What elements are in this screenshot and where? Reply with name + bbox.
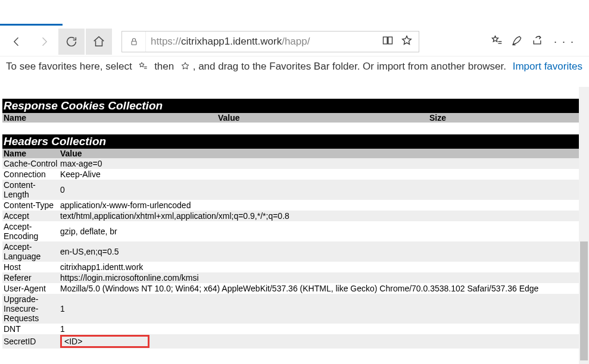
header-name: Accept-Encoding <box>2 221 59 241</box>
header-value: Keep-Alive <box>59 169 580 180</box>
table-row: Accept-Encodinggzip, deflate, br <box>2 221 580 241</box>
book-icon <box>382 34 394 46</box>
table-row: DNT1 <box>2 324 580 334</box>
arrow-right-icon <box>38 36 50 48</box>
arrow-left-icon <box>11 36 23 48</box>
header-value: 1 <box>59 324 580 334</box>
headers-table: Cache-Controlmax-age=0ConnectionKeep-Ali… <box>2 158 580 349</box>
star-lines-icon <box>138 61 148 71</box>
table-row: Cache-Controlmax-age=0 <box>2 158 580 169</box>
cookies-column-headers: Name Value Size <box>2 113 587 123</box>
header-name: Accept <box>2 211 59 221</box>
refresh-button[interactable] <box>58 29 85 55</box>
site-identity-lock[interactable] <box>122 32 146 52</box>
lock-icon <box>129 37 139 46</box>
active-tab-indicator <box>0 24 63 26</box>
header-name: Upgrade-Insecure-Requests <box>2 294 59 324</box>
header-name: DNT <box>2 324 59 334</box>
header-value: en-US,en;q=0.5 <box>59 241 580 262</box>
browser-toolbar: https://citrixhapp1.identt.work/happ/ · … <box>0 27 589 56</box>
highlighted-value: <ID> <box>60 335 149 348</box>
notes-button[interactable] <box>511 34 523 49</box>
more-button[interactable]: · · · <box>551 36 577 48</box>
table-row: Upgrade-Insecure-Requests1 <box>2 294 580 324</box>
header-name: Content-Type <box>2 200 59 211</box>
table-row: Content-Length0 <box>2 180 580 200</box>
table-row: User-AgentMozilla/5.0 (Windows NT 10.0; … <box>2 283 580 294</box>
headers-column-headers: Name Value <box>2 149 587 158</box>
header-value: <ID> <box>59 334 580 349</box>
share-icon <box>531 34 543 46</box>
header-name: Connection <box>2 169 59 180</box>
header-value: gzip, deflate, br <box>59 221 580 241</box>
header-name: Content-Length <box>2 180 59 200</box>
home-icon <box>92 35 105 48</box>
header-value: text/html,application/xhtml+xml,applicat… <box>59 211 580 221</box>
section-title-headers: Headers Collection <box>2 134 587 149</box>
svg-rect-0 <box>132 41 136 45</box>
back-button[interactable] <box>4 29 30 55</box>
vertical-scrollbar[interactable] <box>579 87 589 364</box>
share-button[interactable] <box>531 34 543 49</box>
reading-view-button[interactable] <box>382 34 394 49</box>
url-text: https://citrixhapp1.identt.work/happ/ <box>146 36 376 48</box>
scrollbar-thumb[interactable] <box>580 241 588 360</box>
header-name: Referer <box>2 272 59 283</box>
header-value: application/x-www-form-urlencoded <box>59 200 580 211</box>
header-name: Host <box>2 262 59 272</box>
header-value: 1 <box>59 294 580 324</box>
header-name: Cache-Control <box>2 158 59 169</box>
favorite-button[interactable] <box>401 34 413 49</box>
table-row: Refererhttps://login.microsoftonline.com… <box>2 272 580 283</box>
header-value: https://login.microsoftonline.com/kmsi <box>59 272 580 283</box>
import-favorites-link[interactable]: Import favorites <box>513 61 582 72</box>
header-value: 0 <box>59 180 580 200</box>
address-bar[interactable]: https://citrixhapp1.identt.work/happ/ <box>121 31 419 52</box>
pen-icon <box>511 34 523 46</box>
star-lines-icon <box>491 34 503 46</box>
table-row: ConnectionKeep-Alive <box>2 169 580 180</box>
table-row: Accepttext/html,application/xhtml+xml,ap… <box>2 211 580 221</box>
star-icon <box>180 61 190 71</box>
table-row: Accept-Languageen-US,en;q=0.5 <box>2 241 580 262</box>
header-name: User-Agent <box>2 283 59 294</box>
header-value: Mozilla/5.0 (Windows NT 10.0; Win64; x64… <box>59 283 580 294</box>
star-icon <box>401 34 413 46</box>
section-title-cookies: Response Cookies Collection <box>2 99 587 113</box>
forward-button <box>31 29 57 55</box>
table-row: Hostcitrixhapp1.identt.work <box>2 262 580 272</box>
table-row: SecretID<ID> <box>2 334 580 349</box>
favorites-list-button[interactable] <box>491 34 503 49</box>
favorites-bar-hint: To see favorites here, select then , and… <box>0 56 589 79</box>
home-button[interactable] <box>86 29 112 55</box>
header-value: citrixhapp1.identt.work <box>59 262 580 272</box>
refresh-icon <box>65 35 78 48</box>
table-row: Content-Typeapplication/x-www-form-urlen… <box>2 200 580 211</box>
header-value: max-age=0 <box>59 158 580 169</box>
page-content: Response Cookies Collection Name Value S… <box>0 87 589 364</box>
header-name: Accept-Language <box>2 241 59 262</box>
header-name: SecretID <box>2 334 59 349</box>
